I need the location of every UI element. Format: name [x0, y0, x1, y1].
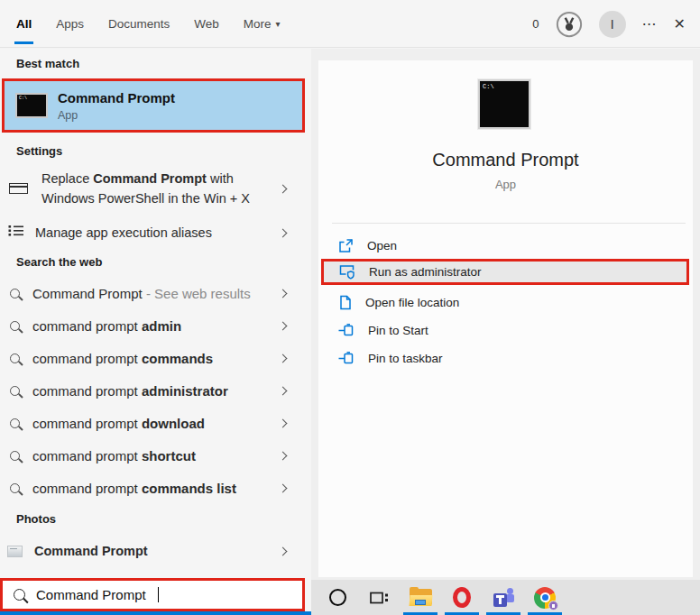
chevron-right-icon[interactable]: [279, 228, 288, 237]
chevron-right-icon[interactable]: [279, 418, 288, 427]
action-open-file-location[interactable]: Open file location: [318, 289, 693, 315]
search-icon: [10, 386, 20, 396]
web-suggestion-row[interactable]: command prompt admin: [0, 311, 311, 340]
chevron-down-icon: ▾: [276, 19, 281, 29]
taskbar-opera-button[interactable]: [441, 580, 483, 615]
chrome-profile-lock-badge: [548, 601, 558, 610]
pin-icon: [338, 352, 355, 365]
taskbar-teams-button[interactable]: [483, 580, 524, 615]
chevron-right-icon[interactable]: [279, 321, 288, 330]
search-icon: [10, 483, 20, 493]
command-prompt-icon-large: C:\: [478, 79, 530, 129]
search-icon: [10, 289, 20, 298]
search-input[interactable]: Command Prompt: [0, 578, 305, 611]
file-location-icon: [338, 295, 352, 310]
task-view-icon: [370, 590, 389, 606]
tab-all[interactable]: All: [16, 0, 32, 48]
chevron-right-icon[interactable]: [279, 483, 288, 492]
photos-header: Photos: [16, 512, 56, 526]
chevron-right-icon[interactable]: [279, 289, 288, 298]
chevron-right-icon[interactable]: [279, 353, 288, 363]
chevron-right-icon[interactable]: [279, 184, 288, 193]
chevron-right-icon[interactable]: [279, 451, 288, 460]
open-icon: [338, 238, 354, 253]
taskbar-file-explorer-button[interactable]: [400, 580, 441, 615]
tab-apps[interactable]: Apps: [56, 0, 84, 48]
window-icon: [9, 183, 28, 194]
tab-web[interactable]: Web: [194, 0, 219, 48]
tab-more[interactable]: More ▾: [244, 0, 281, 48]
best-match-title: Command Prompt: [58, 89, 175, 106]
search-icon: [14, 589, 25, 601]
search-web-header: Search the web: [16, 255, 102, 269]
taskbar-task-view-button[interactable]: [358, 580, 400, 615]
text-caret: [158, 587, 160, 602]
action-pin-to-start[interactable]: Pin to Start: [318, 317, 693, 343]
action-run-as-administrator[interactable]: Run as administrator: [321, 259, 689, 285]
taskbar-cortana-button[interactable]: [317, 580, 358, 615]
taskbar-chrome-button[interactable]: [524, 580, 566, 615]
best-match-result[interactable]: C:\ Command Prompt App: [2, 78, 305, 133]
web-suggestion-row[interactable]: command prompt commands list: [0, 473, 311, 502]
best-match-header: Best match: [16, 57, 79, 70]
action-pin-to-taskbar[interactable]: Pin to taskbar: [318, 345, 693, 371]
photo-thumbnail-icon: [7, 546, 23, 557]
search-icon: [10, 321, 20, 331]
rewards-count: 0: [532, 17, 539, 31]
action-open[interactable]: Open: [318, 233, 693, 258]
search-box-accent-strip: [0, 611, 311, 615]
taskbar: [311, 580, 700, 615]
close-icon[interactable]: ✕: [674, 15, 686, 32]
chevron-right-icon[interactable]: [279, 386, 288, 395]
actions-divider: [332, 223, 686, 224]
web-suggestion-row[interactable]: command prompt commands: [0, 344, 311, 372]
web-suggestion-row[interactable]: Command Prompt - See web results: [0, 279, 311, 308]
tab-documents[interactable]: Documents: [108, 0, 170, 48]
web-suggestion-row[interactable]: command prompt administrator: [0, 376, 311, 405]
settings-item-manage-aliases[interactable]: Manage app execution aliases: [0, 219, 311, 246]
rewards-medal-icon[interactable]: [556, 11, 583, 38]
topbar-actions: 0 I ⋯ ✕: [532, 0, 686, 48]
search-input-value: Command Prompt: [36, 587, 146, 602]
preview-app-title: Command Prompt: [318, 150, 693, 170]
file-explorer-icon: [410, 589, 432, 606]
preview-app-subtitle: App: [318, 178, 693, 191]
search-icon: [10, 451, 20, 461]
run-as-admin-shield-icon: [339, 264, 355, 280]
chrome-icon: [534, 587, 556, 609]
settings-item-replace-cmd[interactable]: Replace Command Prompt with Windows Powe…: [0, 166, 311, 211]
opera-icon: [453, 587, 471, 608]
more-options-icon[interactable]: ⋯: [642, 15, 658, 32]
photos-result-row[interactable]: Command Prompt: [0, 537, 311, 565]
command-prompt-icon: C:\: [15, 93, 48, 118]
cortana-icon: [329, 589, 346, 606]
search-icon: [10, 353, 20, 363]
search-icon: [10, 418, 20, 428]
tab-more-label: More: [244, 17, 272, 31]
cmd-icon-text: C:\: [483, 83, 494, 90]
settings-header: Settings: [16, 144, 62, 158]
chevron-right-icon[interactable]: [279, 546, 288, 555]
best-match-subtitle: App: [58, 109, 78, 122]
list-icon: [8, 225, 24, 242]
teams-icon: [493, 588, 514, 608]
pin-icon: [338, 324, 355, 337]
web-suggestion-row[interactable]: command prompt shortcut: [0, 441, 311, 470]
user-avatar[interactable]: I: [599, 11, 626, 38]
cmd-icon-text: C:\: [19, 96, 27, 101]
web-suggestion-row[interactable]: command prompt download: [0, 408, 311, 437]
